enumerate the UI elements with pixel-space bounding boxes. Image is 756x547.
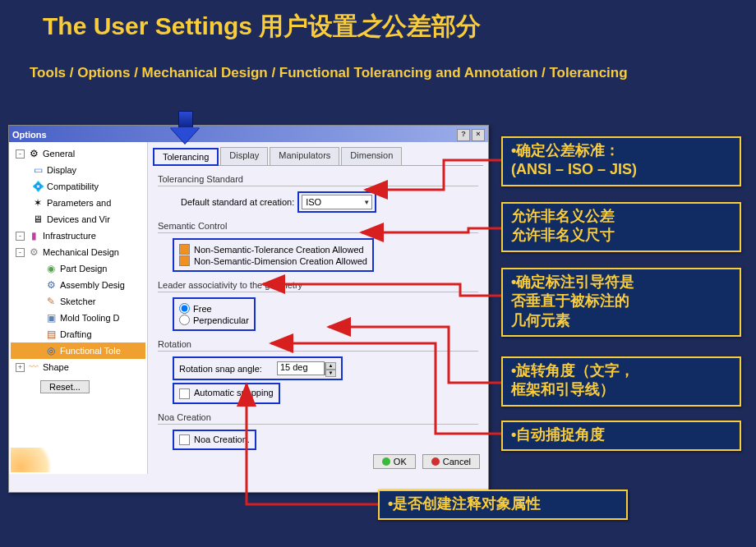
titlebar[interactable]: Options ? × [9, 126, 488, 142]
sketcher-icon: ✎ [45, 296, 57, 307]
tree-display[interactable]: Display [47, 165, 76, 175]
note-leader: •确定标注引导符是 否垂直于被标注的 几何元素 [501, 268, 741, 337]
sem-dim-label: Non-Semantic-Dimension Creation Allowed [194, 256, 367, 266]
cancel-icon [431, 457, 440, 466]
expand-icon[interactable]: - [16, 248, 25, 257]
assembly-icon: ⚙ [45, 279, 57, 291]
note-standard: •确定公差标准： (ANSI – ISO – JIS) [501, 136, 741, 186]
tab-display[interactable]: Display [220, 147, 268, 165]
decoration-icon [11, 448, 60, 472]
gear-icon: ⚙ [28, 148, 39, 159]
tab-tolerancing[interactable]: Tolerancing [153, 148, 219, 166]
tolerancing-panel: Tolerancing Display Manipulators Dimensi… [148, 142, 488, 474]
compat-icon: 💠 [32, 181, 44, 192]
tree-parameters[interactable]: Parameters and [47, 198, 111, 208]
display-icon: ▭ [32, 164, 44, 176]
group-leader: Leader associativity to the geometry [158, 280, 478, 290]
tree-sketcher[interactable]: Sketcher [60, 296, 95, 306]
options-dialog: Options ? × -⚙General ▭Display 💠Compatib… [8, 125, 489, 493]
tree-shape[interactable]: Shape [43, 362, 69, 372]
dialog-title: Options [12, 130, 47, 140]
tree-general[interactable]: General [43, 149, 75, 159]
sem-tol-label: Non-Semantic-Tolerance Creation Allowed [194, 245, 364, 255]
tree-compatibility[interactable]: Compatibility [47, 182, 99, 191]
drafting-icon: ▤ [45, 329, 57, 340]
checkbox-noa[interactable] [179, 434, 190, 445]
ok-button[interactable]: OK [373, 454, 416, 469]
tree-mold[interactable]: Mold Tooling D [60, 313, 120, 323]
note-noa: •是否创建注释对象属性 [378, 490, 628, 520]
std-highlight: ISO ▼ [297, 191, 376, 213]
note-rotation: •旋转角度（文字， 框架和引导线） [501, 356, 741, 407]
expand-icon[interactable]: - [16, 232, 25, 241]
fta-icon: ◎ [45, 345, 57, 356]
tab-manipulators[interactable]: Manipulators [270, 147, 339, 165]
std-select[interactable]: ISO ▼ [302, 195, 372, 209]
help-button[interactable]: ? [457, 129, 470, 141]
mold-icon: ▣ [45, 312, 57, 324]
tree-fta[interactable]: Functional Tole [60, 346, 121, 356]
shape-icon: 〰 [28, 361, 39, 373]
tree-assembly[interactable]: Assembly Desig [60, 280, 125, 290]
reset-button[interactable]: Reset... [40, 380, 90, 393]
title-en: The User Settings [43, 12, 259, 39]
partdesign-icon: ◉ [45, 263, 57, 274]
noa-label: Noa Creation. [194, 434, 250, 444]
tree-partdesign[interactable]: Part Design [60, 264, 107, 274]
mechdesign-icon: ⚙ [28, 246, 39, 258]
slide-title: The User Settings 用户设置之公差部分 [0, 0, 756, 44]
group-semantic: Semantic Control [158, 221, 478, 231]
chevron-down-icon: ▼ [363, 199, 370, 206]
breadcrumb-path: Tools / Options / Mechanical Design / Fu… [0, 44, 756, 81]
expand-icon[interactable]: - [16, 149, 25, 159]
checkbox-sem-tol[interactable] [179, 244, 190, 255]
std-label: Default standard at creation: [181, 197, 294, 207]
leader-free: Free [193, 304, 212, 314]
rot-spinner[interactable]: ▲▼ [325, 362, 336, 375]
infra-icon: ▮ [28, 230, 39, 241]
tree-infrastructure[interactable]: Infrastructure [43, 231, 96, 241]
leader-perp: Perpendicular [193, 315, 249, 325]
param-icon: ✶ [32, 197, 44, 209]
note-semantic: 允许非名义公差 允许非名义尺寸 [501, 202, 741, 252]
std-value: ISO [306, 197, 321, 207]
tab-dimension[interactable]: Dimension [341, 147, 402, 165]
options-tree[interactable]: -⚙General ▭Display 💠Compatibility ✶Param… [9, 142, 148, 474]
rot-value[interactable]: 15 deg [277, 361, 325, 375]
close-button[interactable]: × [472, 129, 485, 141]
note-autosnap: •自动捕捉角度 [501, 421, 741, 451]
radio-free[interactable] [179, 303, 190, 314]
tree-mechdesign[interactable]: Mechanical Design [43, 247, 119, 257]
devices-icon: 🖥 [32, 214, 44, 225]
tree-devices[interactable]: Devices and Vir [47, 214, 110, 224]
group-tolerancing-standard: Tolerancing Standard [158, 174, 478, 184]
rot-auto: Automatic snapping [194, 388, 274, 398]
ok-icon [382, 457, 390, 466]
tree-drafting[interactable]: Drafting [60, 329, 92, 339]
group-rotation: Rotation [158, 339, 478, 349]
cancel-button[interactable]: Cancel [422, 454, 480, 469]
group-noa: Noa Creation [158, 412, 478, 422]
rot-label: Rotation snap angle: [179, 364, 262, 374]
title-cn-2: 公差部分 [382, 12, 481, 39]
title-cn-1: 用户设置 [259, 12, 357, 39]
checkbox-autosnap[interactable] [179, 388, 190, 399]
title-cn-italic: 之 [357, 12, 382, 39]
radio-perpendicular[interactable] [179, 315, 190, 325]
checkbox-sem-dim[interactable] [179, 255, 190, 266]
collapse-icon[interactable]: + [16, 363, 25, 372]
